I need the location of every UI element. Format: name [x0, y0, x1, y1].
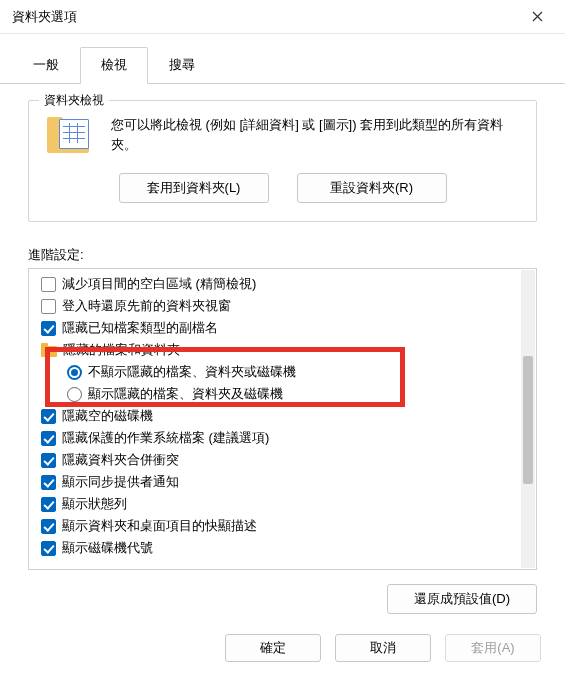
- apply-to-folders-label: 套用到資料夾(L): [147, 179, 241, 197]
- adv-item-1[interactable]: 登入時還原先前的資料夾視窗: [35, 295, 520, 317]
- radio[interactable]: [67, 387, 82, 402]
- radio[interactable]: [67, 365, 82, 380]
- scrollbar[interactable]: [521, 270, 535, 568]
- tab-general[interactable]: 一般: [12, 47, 80, 84]
- adv-item-2[interactable]: 隱藏已知檔案類型的副檔名: [35, 317, 520, 339]
- tab-view[interactable]: 檢視: [80, 47, 148, 84]
- adv-item-11[interactable]: 顯示資料夾和桌面項目的快顯描述: [35, 515, 520, 537]
- folder-view-group-label: 資料夾檢視: [39, 92, 109, 109]
- folder-view-description: 您可以將此檢視 (例如 [詳細資料] 或 [圖示]) 套用到此類型的所有資料夾。: [111, 115, 520, 154]
- advanced-settings-label: 進階設定:: [28, 246, 537, 264]
- scrollbar-thumb[interactable]: [523, 356, 533, 484]
- adv-item-7[interactable]: 隱藏保護的作業系統檔案 (建議選項): [35, 427, 520, 449]
- adv-item-label: 隱藏的檔案和資料夾: [63, 341, 180, 359]
- folder-icon: [41, 343, 57, 357]
- close-button[interactable]: [521, 3, 553, 31]
- restore-defaults-label: 還原成預設值(D): [414, 590, 510, 608]
- ok-button[interactable]: 確定: [225, 634, 321, 662]
- checkbox[interactable]: [41, 277, 56, 292]
- reset-folders-button[interactable]: 重設資料夾(R): [297, 173, 447, 203]
- adv-item-label: 顯示隱藏的檔案、資料夾及磁碟機: [88, 385, 283, 403]
- checkbox[interactable]: [41, 409, 56, 424]
- checkbox[interactable]: [41, 519, 56, 534]
- checkbox[interactable]: [41, 299, 56, 314]
- checkbox[interactable]: [41, 321, 56, 336]
- adv-item-label: 不顯示隱藏的檔案、資料夾或磁碟機: [88, 363, 296, 381]
- adv-item-9[interactable]: 顯示同步提供者通知: [35, 471, 520, 493]
- adv-item-label: 隱藏資料夾合併衝突: [62, 451, 179, 469]
- cancel-button[interactable]: 取消: [335, 634, 431, 662]
- adv-item-12[interactable]: 顯示磁碟機代號: [35, 537, 520, 559]
- adv-item-10[interactable]: 顯示狀態列: [35, 493, 520, 515]
- close-icon: [532, 11, 543, 22]
- advanced-settings-box: 減少項目間的空白區域 (精簡檢視)登入時還原先前的資料夾視窗隱藏已知檔案類型的副…: [28, 268, 537, 570]
- checkbox[interactable]: [41, 453, 56, 468]
- adv-item-label: 顯示狀態列: [62, 495, 127, 513]
- adv-item-label: 隱藏已知檔案類型的副檔名: [62, 319, 218, 337]
- cancel-label: 取消: [370, 639, 396, 657]
- folder-icon: [45, 115, 93, 159]
- adv-item-3: 隱藏的檔案和資料夾: [35, 339, 520, 361]
- advanced-settings-list[interactable]: 減少項目間的空白區域 (精簡檢視)登入時還原先前的資料夾視窗隱藏已知檔案類型的副…: [29, 269, 520, 569]
- folder-view-group: 資料夾檢視 您可以將此檢視 (例如 [詳細資料] 或 [圖示]) 套用到此類型的…: [28, 100, 537, 222]
- content-panel: 資料夾檢視 您可以將此檢視 (例如 [詳細資料] 或 [圖示]) 套用到此類型的…: [0, 84, 565, 624]
- tab-bar: 一般 檢視 搜尋: [0, 46, 565, 84]
- adv-item-label: 顯示磁碟機代號: [62, 539, 153, 557]
- adv-item-0[interactable]: 減少項目間的空白區域 (精簡檢視): [35, 273, 520, 295]
- adv-item-6[interactable]: 隱藏空的磁碟機: [35, 405, 520, 427]
- window-title: 資料夾選項: [12, 8, 77, 26]
- apply-label: 套用(A): [471, 639, 514, 657]
- adv-item-label: 顯示同步提供者通知: [62, 473, 179, 491]
- adv-item-label: 顯示資料夾和桌面項目的快顯描述: [62, 517, 257, 535]
- adv-item-label: 登入時還原先前的資料夾視窗: [62, 297, 231, 315]
- checkbox[interactable]: [41, 475, 56, 490]
- adv-item-label: 隱藏保護的作業系統檔案 (建議選項): [62, 429, 269, 447]
- apply-button[interactable]: 套用(A): [445, 634, 541, 662]
- titlebar: 資料夾選項: [0, 0, 565, 34]
- checkbox[interactable]: [41, 541, 56, 556]
- reset-folders-label: 重設資料夾(R): [330, 179, 413, 197]
- adv-item-4[interactable]: 不顯示隱藏的檔案、資料夾或磁碟機: [35, 361, 520, 383]
- restore-defaults-button[interactable]: 還原成預設值(D): [387, 584, 537, 614]
- checkbox[interactable]: [41, 431, 56, 446]
- tab-search[interactable]: 搜尋: [148, 47, 216, 84]
- apply-to-folders-button[interactable]: 套用到資料夾(L): [119, 173, 269, 203]
- adv-item-8[interactable]: 隱藏資料夾合併衝突: [35, 449, 520, 471]
- adv-item-label: 隱藏空的磁碟機: [62, 407, 153, 425]
- checkbox[interactable]: [41, 497, 56, 512]
- dialog-footer: 確定 取消 套用(A): [0, 620, 565, 680]
- adv-item-5[interactable]: 顯示隱藏的檔案、資料夾及磁碟機: [35, 383, 520, 405]
- ok-label: 確定: [260, 639, 286, 657]
- adv-item-label: 減少項目間的空白區域 (精簡檢視): [62, 275, 256, 293]
